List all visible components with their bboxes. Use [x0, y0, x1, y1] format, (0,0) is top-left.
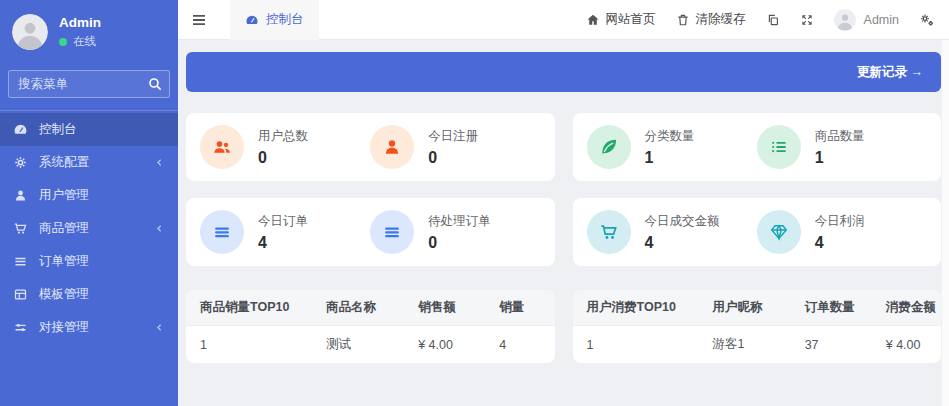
- product-sales-table: 商品销量TOP10 商品名称 销售额 销量 1 测试 ¥ 4.00: [186, 290, 555, 363]
- update-banner: 更新记录 →: [186, 52, 941, 92]
- stat-value: 0: [428, 234, 491, 252]
- stat-card-users: 用户总数 0 今日注册 0: [186, 113, 555, 181]
- chevron-left-icon: [154, 157, 165, 168]
- stat-value: 4: [645, 234, 720, 252]
- copy-icon[interactable]: [766, 13, 780, 27]
- stat-today-orders: 今日订单 4: [200, 210, 370, 254]
- stat-card-money: 今日成交金额 4 今日利润 4: [573, 198, 942, 266]
- table-cell: 游客1: [713, 326, 805, 364]
- fullscreen-icon[interactable]: [800, 13, 814, 27]
- avatar: [834, 9, 856, 31]
- column-header: 商品名称: [326, 290, 418, 326]
- table-row: 1 游客1 37 ¥ 4.00: [573, 326, 942, 364]
- stat-pending-orders: 待处理订单 0: [370, 210, 540, 254]
- navbar-right: 网站首页 清除缓存 Admin: [586, 9, 935, 31]
- gear-icon: [13, 155, 28, 170]
- table-cell: 37: [805, 326, 886, 364]
- admin-dashboard: Admin 在线 控制台: [0, 0, 949, 406]
- table-cell: 1: [186, 326, 326, 364]
- sidebar-item-label: 订单管理: [39, 253, 89, 270]
- dashboard-icon: [245, 13, 259, 27]
- table-cell: 1: [573, 326, 713, 364]
- cogs-icon[interactable]: [919, 12, 935, 28]
- stat-label: 用户总数: [258, 128, 308, 145]
- leaf-icon: [587, 125, 631, 169]
- navbar-user-name: Admin: [864, 13, 899, 27]
- column-header: 销量: [499, 290, 554, 326]
- table-cell: ¥ 4.00: [886, 326, 941, 364]
- site-home-link[interactable]: 网站首页: [586, 11, 656, 28]
- stat-product-count: 商品数量 1: [757, 125, 927, 169]
- sidebar-user-panel: Admin 在线: [0, 0, 178, 66]
- search-icon[interactable]: [147, 76, 163, 92]
- sidebar-menu: 控制台 系统配置 用户管理 商品管理: [0, 110, 178, 344]
- list-icon: [13, 254, 28, 269]
- user-name: Admin: [59, 15, 101, 30]
- user-consumption-table: 用户消费TOP10 用户昵称 订单数量 消费金额 1 游客1 37: [573, 290, 942, 363]
- stat-value: 4: [258, 234, 308, 252]
- template-icon: [13, 287, 28, 302]
- stat-label: 今日利润: [815, 213, 865, 230]
- sidebar-item-label: 对接管理: [39, 319, 89, 336]
- sidebar-item-label: 商品管理: [39, 220, 89, 237]
- table-header-row: 商品销量TOP10 商品名称 销售额 销量: [186, 290, 555, 326]
- stat-value: 1: [645, 149, 695, 167]
- sidebar-item-integration-management[interactable]: 对接管理: [0, 311, 178, 344]
- column-header: 商品销量TOP10: [186, 290, 326, 326]
- stat-value: 4: [815, 234, 865, 252]
- user-menu[interactable]: Admin: [834, 9, 899, 31]
- stat-category-count: 分类数量 1: [587, 125, 757, 169]
- table-cell: 测试: [326, 326, 418, 364]
- user-status: 在线: [59, 34, 101, 49]
- hamburger-icon[interactable]: [190, 11, 208, 29]
- clear-cache-link[interactable]: 清除缓存: [676, 11, 746, 28]
- main-area: 控制台 网站首页 清除缓存: [178, 0, 949, 406]
- sidebar-item-product-management[interactable]: 商品管理: [0, 212, 178, 245]
- sliders-icon: [13, 320, 28, 335]
- sidebar-item-order-management[interactable]: 订单管理: [0, 245, 178, 278]
- table-header-row: 用户消费TOP10 用户昵称 订单数量 消费金额: [573, 290, 942, 326]
- users-icon: [200, 125, 244, 169]
- update-log-link[interactable]: 更新记录 →: [857, 64, 923, 81]
- table-cell: ¥ 4.00: [418, 326, 499, 364]
- sidebar: Admin 在线 控制台: [0, 0, 178, 406]
- sidebar-item-system-config[interactable]: 系统配置: [0, 146, 178, 179]
- bars-icon: [370, 210, 414, 254]
- gem-icon: [757, 210, 801, 254]
- search-input[interactable]: [8, 70, 170, 98]
- stat-user-total: 用户总数 0: [200, 125, 370, 169]
- user-icon: [13, 188, 28, 203]
- sidebar-item-label: 模板管理: [39, 286, 89, 303]
- dashboard-icon: [13, 122, 28, 137]
- column-header: 订单数量: [805, 290, 886, 326]
- sidebar-item-dashboard[interactable]: 控制台: [0, 113, 178, 146]
- table-cell: 4: [499, 326, 554, 364]
- top-navbar: 控制台 网站首页 清除缓存: [178, 0, 949, 40]
- tab-label: 控制台: [266, 11, 304, 28]
- stat-today-register: 今日注册 0: [370, 125, 540, 169]
- sidebar-item-template-management[interactable]: 模板管理: [0, 278, 178, 311]
- chevron-left-icon: [154, 322, 165, 333]
- list-icon: [757, 125, 801, 169]
- stat-today-profit: 今日利润 4: [757, 210, 927, 254]
- sidebar-item-label: 系统配置: [39, 154, 89, 171]
- stats-row-2: 今日订单 4 待处理订单 0: [186, 198, 941, 266]
- sidebar-item-user-management[interactable]: 用户管理: [0, 179, 178, 212]
- home-icon: [586, 13, 600, 27]
- sidebar-search: [8, 70, 170, 98]
- sidebar-item-label: 用户管理: [39, 187, 89, 204]
- cart-icon: [587, 210, 631, 254]
- column-header: 用户昵称: [713, 290, 805, 326]
- stat-label: 待处理订单: [428, 213, 491, 230]
- trash-icon: [676, 13, 690, 27]
- user-status-label: 在线: [73, 34, 96, 49]
- content: 更新记录 → 用户总数 0: [178, 40, 949, 406]
- scrollbar[interactable]: [941, 40, 949, 406]
- column-header: 用户消费TOP10: [573, 290, 713, 326]
- stat-value: 0: [258, 149, 308, 167]
- tab-dashboard[interactable]: 控制台: [230, 0, 319, 40]
- stat-label: 分类数量: [645, 128, 695, 145]
- bars-icon: [200, 210, 244, 254]
- user-meta: Admin 在线: [59, 15, 101, 49]
- avatar-icon: [12, 14, 48, 50]
